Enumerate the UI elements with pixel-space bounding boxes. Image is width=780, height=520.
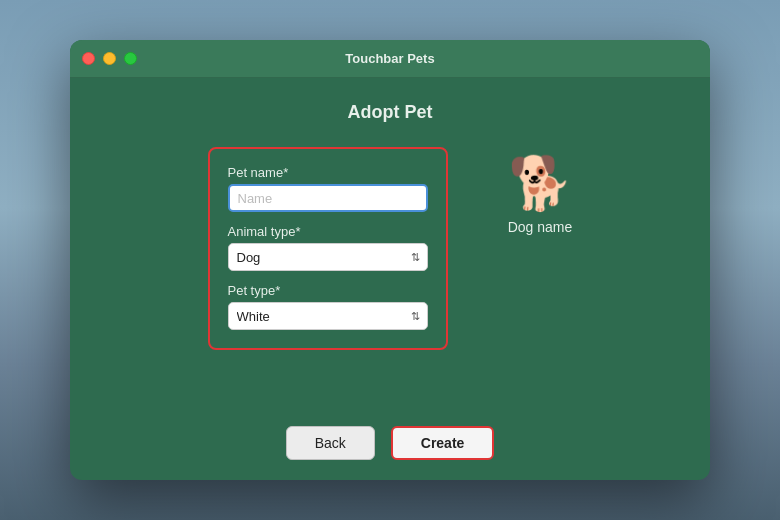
titlebar: Touchbar Pets <box>70 40 710 78</box>
animal-type-field: Animal type* Dog Cat Bird Rabbit Hamster <box>228 224 428 271</box>
content-area: Adopt Pet Pet name* Animal type* Dog Cat <box>70 78 710 480</box>
button-row: Back Create <box>286 406 495 460</box>
form-section: Pet name* Animal type* Dog Cat Bird Rabb… <box>208 147 448 350</box>
pet-preview-label: Dog name <box>508 219 573 235</box>
pet-type-field: Pet type* White Brown Black Spotted <box>228 283 428 330</box>
create-button[interactable]: Create <box>391 426 495 460</box>
pet-preview: 🐕 Dog name <box>508 147 573 235</box>
animal-type-select[interactable]: Dog Cat Bird Rabbit Hamster <box>228 243 428 271</box>
animal-type-label: Animal type* <box>228 224 428 239</box>
pet-name-field: Pet name* <box>228 165 428 212</box>
window-title: Touchbar Pets <box>345 51 434 66</box>
pet-name-input[interactable] <box>228 184 428 212</box>
app-window: Touchbar Pets Adopt Pet Pet name* Animal… <box>70 40 710 480</box>
back-button[interactable]: Back <box>286 426 375 460</box>
pet-type-label: Pet type* <box>228 283 428 298</box>
pet-type-wrapper: White Brown Black Spotted <box>228 302 428 330</box>
traffic-lights <box>82 52 137 65</box>
pet-type-select[interactable]: White Brown Black Spotted <box>228 302 428 330</box>
animal-type-wrapper: Dog Cat Bird Rabbit Hamster <box>228 243 428 271</box>
minimize-button[interactable] <box>103 52 116 65</box>
main-row: Pet name* Animal type* Dog Cat Bird Rabb… <box>110 147 670 350</box>
pet-name-label: Pet name* <box>228 165 428 180</box>
close-button[interactable] <box>82 52 95 65</box>
maximize-button[interactable] <box>124 52 137 65</box>
pet-emoji: 🐕 <box>508 157 573 209</box>
page-title: Adopt Pet <box>348 102 433 123</box>
